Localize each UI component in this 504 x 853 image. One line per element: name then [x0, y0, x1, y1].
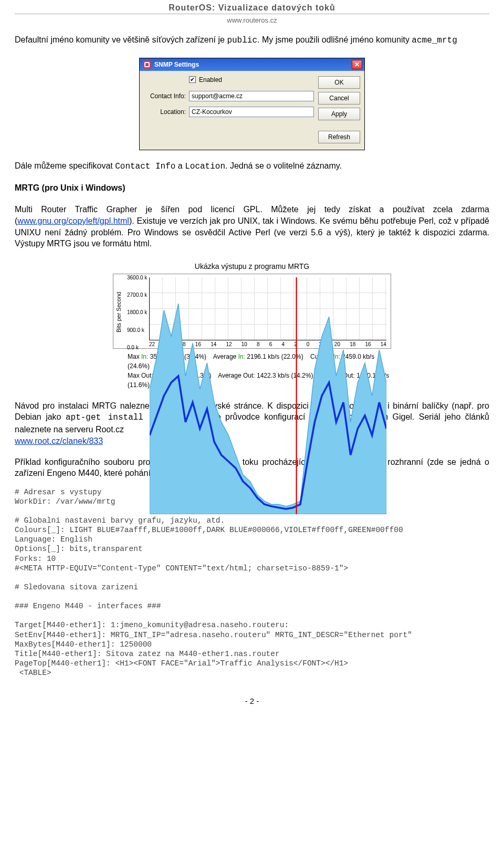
dialog-app-icon	[143, 60, 151, 69]
header-divider	[15, 14, 489, 14]
ytick-0: 0.0 k	[127, 344, 139, 350]
chart-y-axis-label: Bits per Second	[114, 277, 123, 347]
chart-svg	[150, 277, 386, 514]
location-label: Location:	[145, 108, 186, 116]
paragraph-1: Defaultní jméno komunity ve většině síťo…	[15, 35, 489, 46]
p2-t3: . Jedná se o volitelné záznamy.	[225, 161, 342, 170]
ytick-4: 3600.0 k	[127, 274, 147, 280]
p2-mono2: Location	[185, 162, 225, 171]
page-number: - 2 -	[15, 696, 489, 705]
dialog-title: SNMP Settings	[154, 61, 199, 68]
p1-t1: Defaultní jméno komunity ve většině síťo…	[15, 35, 227, 44]
page-header-url: www.routeros.cz	[15, 16, 489, 24]
p2-t1: Dále můžeme specifikovat	[15, 161, 115, 170]
p2-mono1: Contact Info	[115, 162, 175, 171]
close-icon: ✕	[354, 61, 360, 68]
stat-max-lbl: Max	[128, 353, 140, 360]
location-input[interactable]	[189, 107, 314, 117]
stat-max-lbl-2: Max	[128, 372, 140, 379]
enabled-label: Enabled	[199, 76, 222, 84]
p1-t2: . My jsme použili odlišné jméno komunity	[257, 35, 412, 44]
ok-button[interactable]: OK	[318, 76, 360, 89]
mrtg-heading: MRTG (pro Unix i Windows)	[15, 183, 489, 194]
snmp-settings-dialog: SNMP Settings ✕ ✔ Enabled Contact Info:	[139, 58, 365, 150]
stat-max-dir: In:	[141, 353, 148, 360]
apply-button[interactable]: Apply	[318, 108, 360, 120]
p2-t2: a	[175, 161, 185, 170]
contact-info-input[interactable]	[189, 91, 314, 101]
cancel-button[interactable]: Cancel	[318, 92, 360, 105]
svg-marker-0	[150, 304, 386, 514]
config-code-block: # Adresar s vystupy WorkDir: /var/www/mr…	[15, 487, 489, 678]
contact-info-label: Contact Info:	[145, 92, 186, 100]
chart-caption: Ukázka výstupu z programu MRTG	[113, 262, 391, 271]
ytick-2: 1800.0 k	[127, 309, 147, 315]
paragraph-2: Dále můžeme specifikovat Contact Info a …	[15, 161, 489, 172]
p1-mono1: public	[227, 36, 257, 45]
p1-mono2: acme_mrtg	[412, 36, 457, 45]
gpl-link[interactable]: www.gnu.org/copyleft/gpl.html	[17, 216, 129, 225]
mrtg-paragraph: Multi Router Traffic Grapher je šířen po…	[15, 204, 489, 249]
close-button[interactable]: ✕	[352, 60, 362, 69]
check-icon: ✔	[190, 77, 195, 82]
dialog-titlebar[interactable]: SNMP Settings ✕	[140, 58, 364, 71]
enabled-checkbox[interactable]: ✔	[189, 76, 196, 83]
rootcz-link[interactable]: www.root.cz/clanek/833	[15, 436, 103, 445]
refresh-button[interactable]: Refresh	[318, 131, 360, 143]
ytick-1: 900.0 k	[127, 327, 144, 332]
mrtg-chart: Bits per Second 0.0 k 900.0 k 1800.0 k 2…	[113, 274, 391, 349]
ytick-3: 2700.0 k	[127, 292, 147, 298]
page-header-title: RouterOS: Vizualizace datových toků	[15, 0, 489, 13]
chart-plot-area	[149, 277, 386, 340]
